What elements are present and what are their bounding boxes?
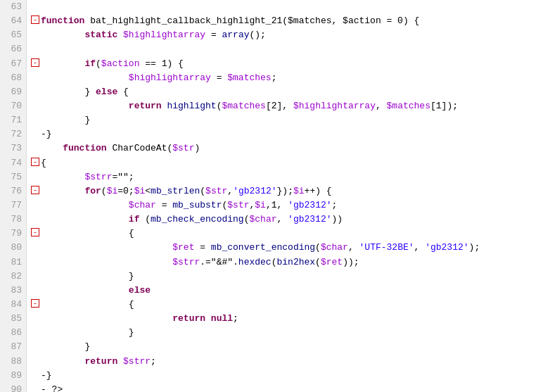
code-editor: 6364656667686970717273747576777879808182… bbox=[0, 0, 536, 392]
fold-icon[interactable]: - bbox=[31, 228, 39, 236]
fold-icon[interactable]: - bbox=[31, 186, 39, 194]
code-line: } bbox=[31, 326, 536, 340]
code-line: return null; bbox=[31, 312, 536, 326]
code-text: - ?> bbox=[41, 383, 536, 392]
code-text: if (mb_check_encoding($char, 'gb2312')) bbox=[41, 213, 536, 227]
code-line: } bbox=[31, 113, 536, 127]
code-line: } bbox=[31, 270, 536, 284]
line-number: 63 bbox=[4, 0, 22, 14]
code-text: return null; bbox=[41, 312, 536, 326]
code-text: -} bbox=[41, 369, 536, 383]
line-number: 68 bbox=[4, 71, 22, 85]
code-line: - for($i=0;$i<mb_strlen($str,'gb2312'});… bbox=[31, 184, 536, 198]
line-number: 79 bbox=[4, 227, 22, 241]
code-line: -} bbox=[31, 369, 536, 383]
line-number: 71 bbox=[4, 113, 22, 127]
line-number: 85 bbox=[4, 312, 22, 326]
code-line bbox=[31, 0, 536, 14]
line-number: 86 bbox=[4, 326, 22, 340]
line-number: 82 bbox=[4, 270, 22, 284]
code-line: if (mb_check_encoding($char, 'gb2312')) bbox=[31, 213, 536, 227]
code-text: } bbox=[41, 113, 536, 127]
line-number: 78 bbox=[4, 213, 22, 227]
line-number: 65 bbox=[4, 28, 22, 42]
fold-icon[interactable]: - bbox=[31, 299, 39, 308]
code-line: $strr.="&#".hexdec(bin2hex($ret)); bbox=[31, 255, 536, 270]
line-number: 75 bbox=[4, 170, 22, 184]
code-line: $ret = mb_convert_encoding($char, 'UTF-3… bbox=[31, 241, 536, 255]
code-text: { bbox=[41, 298, 536, 312]
line-number: 69 bbox=[4, 85, 22, 99]
line-number: 76 bbox=[4, 184, 22, 198]
line-number: 81 bbox=[4, 255, 22, 270]
code-line: $char = mb_substr($str,$i,1, 'gb2312'; bbox=[31, 198, 536, 213]
code-text: function CharCodeAt($str) bbox=[41, 141, 536, 156]
code-line: return highlight($matches[2], $highlight… bbox=[31, 99, 536, 113]
line-number: 89 bbox=[4, 369, 22, 383]
line-number: 66 bbox=[4, 42, 22, 56]
code-text: return $strr; bbox=[41, 355, 536, 369]
code-line: - { bbox=[31, 298, 536, 312]
code-text: for($i=0;$i<mb_strlen($str,'gb2312'});$i… bbox=[41, 184, 536, 198]
fold-icon[interactable]: - bbox=[31, 15, 39, 24]
code-line: else bbox=[31, 284, 536, 298]
code-text: if($action == 1) { bbox=[41, 57, 536, 71]
code-line: - { bbox=[31, 227, 536, 241]
code-line: return $strr; bbox=[31, 355, 536, 369]
code-text: } bbox=[41, 270, 536, 284]
code-line: function CharCodeAt($str) bbox=[31, 141, 536, 156]
line-number: 73 bbox=[4, 141, 22, 156]
code-line: -{ bbox=[31, 156, 536, 170]
code-text: function bat_highlight_callback_highligh… bbox=[41, 14, 536, 28]
line-number: 83 bbox=[4, 284, 22, 298]
line-number: 88 bbox=[4, 355, 22, 369]
code-text: } bbox=[41, 340, 536, 354]
line-number: 90 bbox=[4, 383, 22, 392]
fold-icon[interactable]: - bbox=[31, 58, 39, 67]
code-line: $strr=""; bbox=[31, 170, 536, 184]
code-text: $char = mb_substr($str,$i,1, 'gb2312'; bbox=[41, 198, 536, 213]
fold-icon[interactable]: - bbox=[31, 158, 39, 166]
line-number: 64 bbox=[4, 14, 22, 28]
line-number: 67 bbox=[4, 57, 22, 71]
line-number: 70 bbox=[4, 99, 22, 113]
line-number: 84 bbox=[4, 298, 22, 312]
code-text: } else { bbox=[41, 85, 536, 99]
code-line: $highlightarray = $matches; bbox=[31, 71, 536, 85]
code-text: } bbox=[41, 326, 536, 340]
code-text: -} bbox=[41, 127, 536, 141]
line-number: 77 bbox=[4, 198, 22, 213]
line-number: 72 bbox=[4, 127, 22, 141]
code-line: -function bat_highlight_callback_highlig… bbox=[31, 14, 536, 28]
code-text: { bbox=[41, 227, 536, 241]
line-number-gutter: 6364656667686970717273747576777879808182… bbox=[0, 0, 27, 392]
code-text bbox=[41, 42, 536, 56]
code-text: $strr.="&#".hexdec(bin2hex($ret)); bbox=[41, 255, 536, 270]
code-line: - ?> bbox=[31, 383, 536, 392]
code-line bbox=[31, 42, 536, 56]
code-text: return highlight($matches[2], $highlight… bbox=[41, 99, 536, 113]
code-line: static $highlightarray = array(); bbox=[31, 28, 536, 42]
code-text: else bbox=[41, 284, 536, 298]
code-content[interactable]: -function bat_highlight_callback_highlig… bbox=[27, 0, 536, 392]
code-line: } bbox=[31, 340, 536, 354]
code-line: - if($action == 1) { bbox=[31, 57, 536, 71]
code-line: -} bbox=[31, 127, 536, 141]
code-text: static $highlightarray = array(); bbox=[41, 28, 536, 42]
code-text: { bbox=[41, 156, 536, 170]
line-number: 80 bbox=[4, 241, 22, 255]
code-line: } else { bbox=[31, 85, 536, 99]
code-text: $highlightarray = $matches; bbox=[41, 71, 536, 85]
code-text bbox=[41, 0, 536, 14]
line-number: 74 bbox=[4, 156, 22, 170]
code-text: $ret = mb_convert_encoding($char, 'UTF-3… bbox=[41, 241, 536, 255]
code-text: $strr=""; bbox=[41, 170, 536, 184]
line-number: 87 bbox=[4, 340, 22, 354]
